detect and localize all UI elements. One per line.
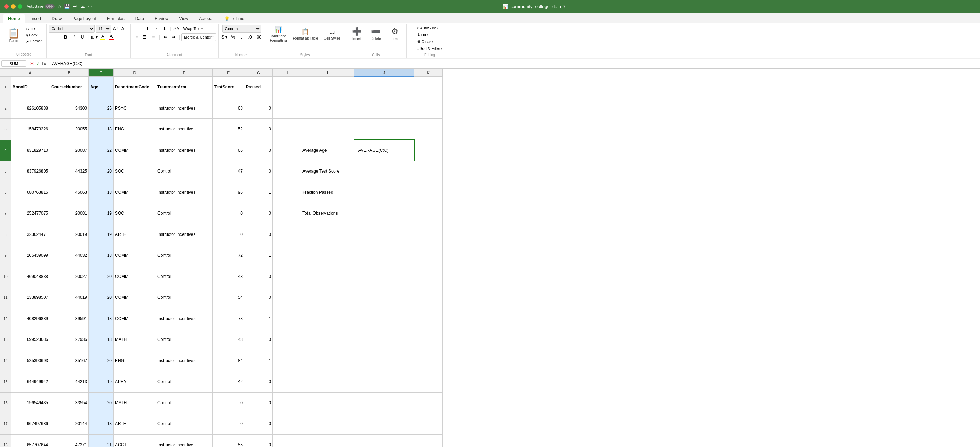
cell-F16[interactable]: 0 — [213, 392, 245, 414]
cell-K7[interactable] — [414, 203, 442, 224]
cell-D13[interactable]: MATH — [114, 329, 156, 350]
cell-K16[interactable] — [414, 392, 442, 414]
cell-G17[interactable]: 0 — [245, 414, 273, 434]
cell-A8[interactable]: 323624471 — [11, 224, 50, 245]
col-header-i[interactable]: I — [301, 69, 354, 77]
cell-D16[interactable]: MATH — [114, 392, 156, 414]
border-button[interactable]: ⊞ ▾ — [90, 33, 98, 41]
clear-button[interactable]: 🗑Clear▾ — [415, 38, 435, 45]
tab-insert[interactable]: Insert — [25, 14, 46, 23]
cell-G9[interactable]: 1 — [245, 245, 273, 266]
cell-I15[interactable] — [301, 371, 354, 393]
cell-F4[interactable]: 66 — [213, 140, 245, 161]
cell-J15[interactable] — [354, 371, 414, 393]
cell-F5[interactable]: 47 — [213, 161, 245, 182]
cell-A18[interactable]: 657707644 — [11, 434, 50, 447]
cell-E9[interactable]: Control — [156, 245, 213, 266]
cell-E12[interactable]: Instructor Incentives — [156, 308, 213, 329]
col-header-c[interactable]: C — [89, 69, 114, 77]
paste-button[interactable]: 📋 Paste — [4, 25, 23, 45]
cell-F9[interactable]: 72 — [213, 245, 245, 266]
sort-filter-button[interactable]: ↕Sort & Filter▾ — [415, 45, 444, 52]
underline-button[interactable]: U — [78, 33, 86, 41]
cell-H3[interactable] — [273, 119, 301, 140]
cell-J2[interactable] — [354, 98, 414, 119]
cell-F1[interactable]: TestScore — [213, 77, 245, 98]
formula-input[interactable] — [48, 61, 978, 66]
cell-C9[interactable]: 18 — [89, 245, 114, 266]
cancel-formula-button[interactable]: ✕ — [29, 60, 35, 67]
cell-B4[interactable]: 20087 — [50, 140, 89, 161]
cell-E7[interactable]: Control — [156, 203, 213, 224]
cell-B7[interactable]: 20081 — [50, 203, 89, 224]
col-header-h[interactable]: H — [273, 69, 301, 77]
cell-D7[interactable]: SOCI — [114, 203, 156, 224]
align-center-button[interactable]: ☰ — [141, 33, 149, 41]
cell-J6[interactable] — [354, 182, 414, 203]
cell-A5[interactable]: 837926805 — [11, 161, 50, 182]
cell-B16[interactable]: 33554 — [50, 392, 89, 414]
cell-J10[interactable] — [354, 266, 414, 287]
cell-B15[interactable]: 44213 — [50, 371, 89, 393]
cell-G7[interactable]: 0 — [245, 203, 273, 224]
cell-J3[interactable] — [354, 119, 414, 140]
cell-H12[interactable] — [273, 308, 301, 329]
cell-G12[interactable]: 1 — [245, 308, 273, 329]
cell-I7[interactable]: Total Observations — [301, 203, 354, 224]
cell-I9[interactable] — [301, 245, 354, 266]
cell-J17[interactable] — [354, 414, 414, 434]
cell-I6[interactable]: Fraction Passed — [301, 182, 354, 203]
merge-center-button[interactable]: Merge & Center ▾ — [181, 33, 216, 41]
cell-H10[interactable] — [273, 266, 301, 287]
cell-F15[interactable]: 42 — [213, 371, 245, 393]
format-as-table-button[interactable]: 📋 Format as Table — [291, 25, 321, 44]
cell-K14[interactable] — [414, 350, 442, 371]
cell-H2[interactable] — [273, 98, 301, 119]
tab-view[interactable]: View — [174, 14, 194, 23]
cell-A16[interactable]: 156549435 — [11, 392, 50, 414]
cell-D5[interactable]: SOCI — [114, 161, 156, 182]
cell-J18[interactable] — [354, 434, 414, 447]
cell-F2[interactable]: 68 — [213, 98, 245, 119]
number-format-select[interactable]: General — [222, 25, 261, 33]
cell-C1[interactable]: Age — [89, 77, 114, 98]
cell-H18[interactable] — [273, 434, 301, 447]
font-color-button[interactable]: A — [107, 33, 115, 41]
cell-C2[interactable]: 25 — [89, 98, 114, 119]
font-size-select[interactable]: 11 — [95, 25, 111, 33]
cell-E13[interactable]: Control — [156, 329, 213, 350]
col-header-j[interactable]: J — [354, 69, 414, 77]
cell-F6[interactable]: 96 — [213, 182, 245, 203]
col-header-e[interactable]: E — [156, 69, 213, 77]
cell-A13[interactable]: 699523636 — [11, 329, 50, 350]
format-cells-button[interactable]: ⚙ Format — [386, 25, 404, 43]
cell-E3[interactable]: Instructor Incentives — [156, 119, 213, 140]
home-icon[interactable]: ⌂ — [58, 3, 61, 9]
cell-B14[interactable]: 35167 — [50, 350, 89, 371]
cell-J16[interactable] — [354, 392, 414, 414]
autosave-toggle[interactable]: OFF — [45, 4, 55, 9]
cell-H16[interactable] — [273, 392, 301, 414]
cell-B9[interactable]: 44032 — [50, 245, 89, 266]
cell-J14[interactable] — [354, 350, 414, 371]
cell-K15[interactable] — [414, 371, 442, 393]
cell-H4[interactable] — [273, 140, 301, 161]
cell-D1[interactable]: DepartmentCode — [114, 77, 156, 98]
cell-B3[interactable]: 20055 — [50, 119, 89, 140]
col-header-d[interactable]: D — [114, 69, 156, 77]
cloud-icon[interactable]: ☁ — [80, 3, 85, 9]
cell-G6[interactable]: 1 — [245, 182, 273, 203]
cell-E10[interactable]: Control — [156, 266, 213, 287]
col-header-k[interactable]: K — [414, 69, 442, 77]
save-icon[interactable]: 💾 — [64, 3, 70, 9]
cell-I16[interactable] — [301, 392, 354, 414]
cell-E5[interactable]: Control — [156, 161, 213, 182]
cell-C12[interactable]: 18 — [89, 308, 114, 329]
cell-G18[interactable]: 0 — [245, 434, 273, 447]
cell-B6[interactable]: 45063 — [50, 182, 89, 203]
cell-E2[interactable]: Instructor Incentives — [156, 98, 213, 119]
cell-C6[interactable]: 18 — [89, 182, 114, 203]
cell-C14[interactable]: 20 — [89, 350, 114, 371]
align-middle-button[interactable]: ↔ — [152, 25, 160, 33]
cell-J12[interactable] — [354, 308, 414, 329]
